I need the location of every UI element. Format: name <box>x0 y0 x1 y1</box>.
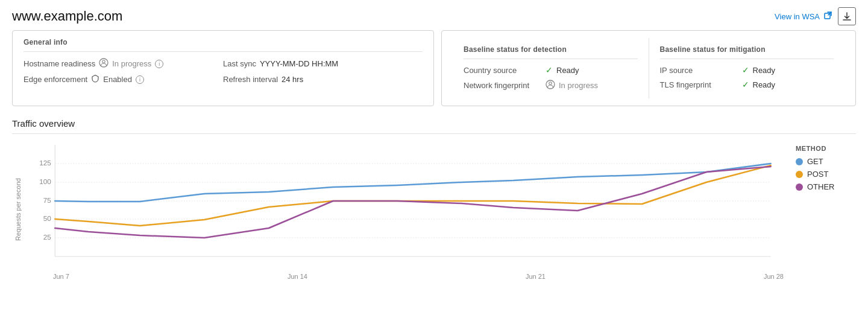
legend-item-other: OTHER <box>796 182 856 191</box>
get-dot <box>796 158 803 165</box>
x-axis-labels: Jun 7 Jun 14 Jun 21 Jun 28 <box>24 273 784 280</box>
country-source-check-icon: ✓ <box>546 65 553 75</box>
post-dot <box>796 171 803 178</box>
tls-fingerprint-label: TLS fingerprint <box>660 80 738 89</box>
refresh-interval-field: Refresh interval 24 hrs <box>223 74 423 84</box>
site-title: www.example.com <box>12 8 122 24</box>
x-label-jun28: Jun 28 <box>764 273 784 280</box>
svg-text:125: 125 <box>39 159 51 167</box>
svg-point-4 <box>102 60 105 63</box>
hostname-readiness-label: Hostname readiness <box>24 59 95 68</box>
hostname-readiness-field: Hostname readiness In progress i <box>24 58 223 69</box>
get-label: GET <box>807 157 823 166</box>
other-dot <box>796 183 803 191</box>
chart-svg-area: 125 100 75 50 25 <box>24 139 784 272</box>
ip-source-label: IP source <box>660 66 738 75</box>
svg-text:50: 50 <box>43 215 51 222</box>
tls-fingerprint-row: TLS fingerprint ✓ Ready <box>660 80 834 89</box>
edge-enforcement-label: Edge enforcement <box>24 75 87 84</box>
chart-svg: 125 100 75 50 25 <box>24 139 784 272</box>
header-actions: View in WSA <box>775 7 856 25</box>
external-link-icon <box>824 11 832 21</box>
baseline-mitigation-rows: IP source ✓ Ready TLS fingerprint ✓ Read… <box>660 65 834 89</box>
traffic-overview-section: Traffic overview Requests per second <box>0 112 868 280</box>
baseline-mitigation-panel: Baseline status for mitigation IP source… <box>649 38 845 98</box>
baseline-detection-rows: Country source ✓ Ready Network fingerpri… <box>464 65 638 91</box>
panels-row: General info Hostname readiness In progr… <box>0 30 868 106</box>
x-label-jun21: Jun 21 <box>526 273 546 280</box>
ip-source-status: Ready <box>753 66 776 75</box>
other-line <box>55 167 770 238</box>
legend-title: METHOD <box>796 145 856 152</box>
last-sync-field: Last sync YYYY-MM-DD HH:MM <box>223 58 423 69</box>
network-fingerprint-row: Network fingerprint In progress <box>464 80 638 91</box>
x-label-jun14: Jun 14 <box>288 273 307 280</box>
baseline-mitigation-title: Baseline status for mitigation <box>660 45 834 59</box>
baseline-panels: Baseline status for detection Country so… <box>441 30 856 106</box>
chart-legend: METHOD GET POST OTHER <box>784 139 856 280</box>
page-header: www.example.com View in WSA <box>0 0 868 30</box>
post-label: POST <box>807 170 828 179</box>
network-fingerprint-label: Network fingerprint <box>464 81 542 90</box>
svg-text:25: 25 <box>43 234 51 241</box>
tls-fingerprint-check-icon: ✓ <box>742 80 749 89</box>
tls-fingerprint-status: Ready <box>753 80 776 89</box>
svg-text:100: 100 <box>39 178 51 185</box>
svg-point-6 <box>549 82 552 84</box>
chart-inner: 125 100 75 50 25 Jun 7 Jun 14 Jun 21 <box>24 139 784 280</box>
baseline-detection-panel: Baseline status for detection Country so… <box>453 38 649 98</box>
ip-source-check-icon: ✓ <box>742 65 749 75</box>
hostname-info-icon[interactable]: i <box>155 60 163 68</box>
y-axis-label: Requests per second <box>12 139 24 280</box>
general-fields: Hostname readiness In progress i Last sy… <box>24 58 423 84</box>
edge-enforcement-value: Enabled <box>103 75 132 84</box>
svg-text:75: 75 <box>43 197 51 204</box>
edge-enforcement-field: Edge enforcement Enabled i <box>24 74 223 84</box>
baseline-detection-title: Baseline status for detection <box>464 45 638 59</box>
refresh-interval-value: 24 hrs <box>281 75 303 84</box>
general-info-title: General info <box>24 38 423 52</box>
view-in-wsa-label: View in WSA <box>775 12 820 21</box>
country-source-label: Country source <box>464 66 542 75</box>
x-label-jun7: Jun 7 <box>53 273 69 280</box>
general-info-panel: General info Hostname readiness In progr… <box>12 30 434 106</box>
legend-item-post: POST <box>796 170 856 179</box>
shield-icon <box>91 74 99 84</box>
refresh-interval-label: Refresh interval <box>223 75 278 84</box>
other-label: OTHER <box>807 182 835 191</box>
hostname-readiness-value: In progress <box>112 59 151 68</box>
country-source-row: Country source ✓ Ready <box>464 65 638 75</box>
network-fingerprint-person-icon <box>546 80 555 91</box>
traffic-overview-title: Traffic overview <box>12 118 856 134</box>
last-sync-label: Last sync <box>223 59 256 68</box>
person-icon <box>99 58 108 69</box>
network-fingerprint-status: In progress <box>559 81 598 90</box>
chart-container: Requests per second <box>12 139 856 280</box>
view-in-wsa-link[interactable]: View in WSA <box>775 11 832 21</box>
download-button[interactable] <box>838 7 856 25</box>
country-source-status: Ready <box>556 66 579 75</box>
last-sync-value: YYYY-MM-DD HH:MM <box>260 59 338 68</box>
ip-source-row: IP source ✓ Ready <box>660 65 834 75</box>
legend-item-get: GET <box>796 157 856 166</box>
edge-enforcement-info-icon[interactable]: i <box>136 75 144 84</box>
